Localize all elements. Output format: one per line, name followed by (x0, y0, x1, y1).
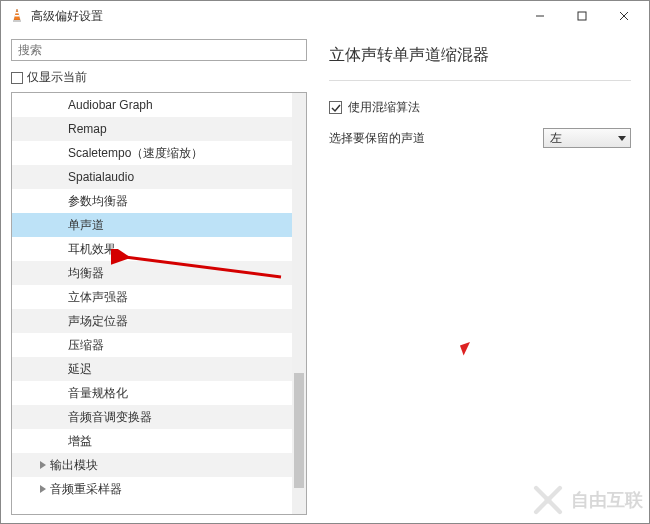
tree-item-label: Spatialaudio (68, 170, 134, 184)
tree-item[interactable]: 增益 (12, 429, 292, 453)
svg-marker-10 (618, 136, 626, 141)
svg-rect-1 (13, 20, 21, 22)
use-algorithm-checkbox[interactable] (329, 101, 342, 114)
settings-tree: Audiobar GraphRemapScaletempo（速度缩放）Spati… (11, 92, 307, 515)
close-button[interactable] (603, 1, 645, 31)
maximize-button[interactable] (561, 1, 603, 31)
keep-channel-select[interactable]: 左 (543, 128, 631, 148)
only-current-label: 仅显示当前 (27, 69, 87, 86)
divider (329, 80, 631, 81)
chevron-down-icon (618, 134, 626, 142)
svg-rect-3 (15, 15, 20, 17)
tree-item[interactable]: 立体声强器 (12, 285, 292, 309)
tree-item-label: 音频音调变换器 (68, 409, 152, 426)
search-field-wrap (11, 39, 307, 61)
keep-channel-row: 选择要保留的声道 左 (329, 128, 631, 148)
tree-item-label: 增益 (68, 433, 92, 450)
tree-item-label: 压缩器 (68, 337, 104, 354)
tree-item[interactable]: Scaletempo（速度缩放） (12, 141, 292, 165)
expander-icon[interactable] (36, 461, 50, 469)
title-bar: 高级偏好设置 (1, 1, 649, 31)
tree-item-label: 均衡器 (68, 265, 104, 282)
tree-item-label: Scaletempo（速度缩放） (68, 145, 203, 162)
svg-marker-9 (40, 485, 46, 493)
app-cone-icon (9, 8, 25, 24)
tree-item-label: 单声道 (68, 217, 104, 234)
tree-item-label: Remap (68, 122, 107, 136)
tree-scrollbar-thumb[interactable] (294, 373, 304, 488)
tree-item[interactable]: 输出模块 (12, 453, 292, 477)
tree-item-label: 音频重采样器 (50, 481, 122, 498)
tree-item-label: 立体声强器 (68, 289, 128, 306)
tree-item[interactable]: Spatialaudio (12, 165, 292, 189)
right-panel-title: 立体声转单声道缩混器 (329, 45, 631, 66)
tree-item[interactable]: 均衡器 (12, 261, 292, 285)
only-current-checkbox[interactable] (11, 72, 23, 84)
tree-item[interactable]: Audiobar Graph (12, 93, 292, 117)
tree-item-label: 声场定位器 (68, 313, 128, 330)
tree-item-label: 音量规格化 (68, 385, 128, 402)
use-algorithm-label: 使用混缩算法 (348, 99, 420, 116)
left-panel: 仅显示当前 Audiobar GraphRemapScaletempo（速度缩放… (1, 31, 311, 523)
svg-marker-0 (14, 9, 20, 20)
tree-item[interactable]: 音量规格化 (12, 381, 292, 405)
tree-item[interactable]: 耳机效果 (12, 237, 292, 261)
tree-item[interactable]: 音频音调变换器 (12, 405, 292, 429)
window-title: 高级偏好设置 (31, 8, 103, 25)
tree-item-label: 延迟 (68, 361, 92, 378)
expander-icon[interactable] (36, 485, 50, 493)
search-input[interactable] (16, 42, 302, 58)
tree-item[interactable]: 参数均衡器 (12, 189, 292, 213)
svg-marker-8 (40, 461, 46, 469)
keep-channel-label: 选择要保留的声道 (329, 130, 425, 147)
tree-item[interactable]: Remap (12, 117, 292, 141)
svg-rect-5 (578, 12, 586, 20)
tree-item[interactable]: 声场定位器 (12, 309, 292, 333)
tree-item-label: Audiobar Graph (68, 98, 153, 112)
tree-item-label: 参数均衡器 (68, 193, 128, 210)
tree-item-label: 耳机效果 (68, 241, 116, 258)
minimize-button[interactable] (519, 1, 561, 31)
only-current-row[interactable]: 仅显示当前 (11, 67, 307, 92)
tree-item-label: 输出模块 (50, 457, 98, 474)
tree-item[interactable]: 单声道 (12, 213, 292, 237)
tree-item[interactable]: 压缩器 (12, 333, 292, 357)
tree-item[interactable]: 延迟 (12, 357, 292, 381)
use-algorithm-row[interactable]: 使用混缩算法 (329, 99, 631, 116)
svg-rect-2 (15, 12, 19, 13)
keep-channel-value: 左 (550, 130, 562, 147)
tree-item[interactable]: 音频重采样器 (12, 477, 292, 501)
tree-scrollbar[interactable] (292, 93, 306, 514)
right-panel: 立体声转单声道缩混器 使用混缩算法 选择要保留的声道 左 (311, 31, 649, 523)
